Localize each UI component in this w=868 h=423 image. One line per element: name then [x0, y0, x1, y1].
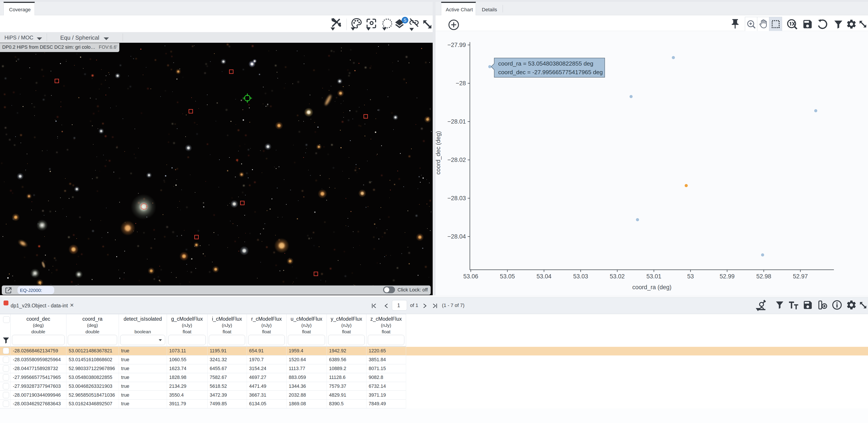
- svg-text:coord_ra = 53.05480380822855 d: coord_ra = 53.05480380822855 deg: [498, 60, 593, 67]
- svg-text:−28.03: −28.03: [447, 195, 466, 202]
- svg-text:−27.99: −27.99: [447, 42, 466, 48]
- svg-text:−28.01: −28.01: [447, 118, 466, 125]
- svg-text:53.06: 53.06: [463, 273, 478, 280]
- svg-text:53.01: 53.01: [646, 273, 661, 280]
- svg-text:53.05: 53.05: [500, 273, 515, 280]
- svg-text:coord_dec = -27.99566577541796: coord_dec = -27.995665775417965 deg: [498, 69, 603, 75]
- svg-text:52.98: 52.98: [756, 273, 771, 280]
- svg-text:53.04: 53.04: [536, 273, 552, 280]
- svg-text:coord_dec (deg): coord_dec (deg): [436, 131, 441, 175]
- svg-text:53.02: 53.02: [610, 273, 625, 280]
- svg-text:52.97: 52.97: [793, 273, 808, 280]
- svg-text:52.99: 52.99: [720, 273, 735, 280]
- svg-text:−28: −28: [456, 80, 466, 87]
- svg-text:53: 53: [687, 273, 694, 280]
- svg-text:coord_ra (deg): coord_ra (deg): [632, 284, 671, 291]
- svg-text:−28.02: −28.02: [447, 157, 466, 163]
- svg-text:−28.04: −28.04: [447, 233, 466, 240]
- svg-text:53.03: 53.03: [573, 273, 588, 280]
